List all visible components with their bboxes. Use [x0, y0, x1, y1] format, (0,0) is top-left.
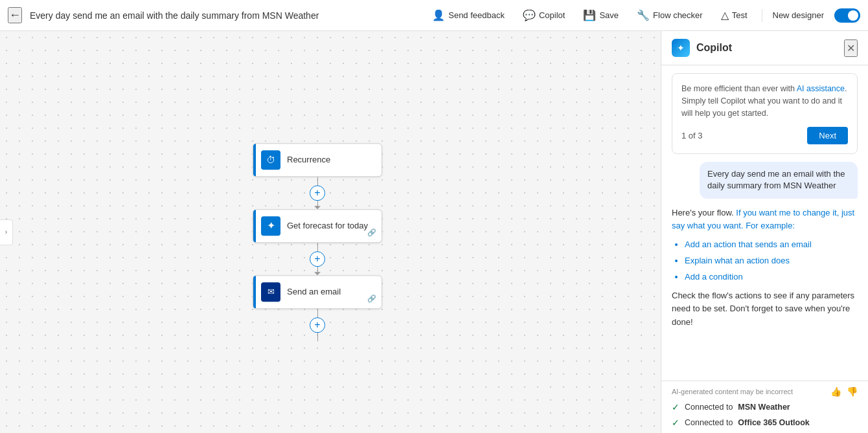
send-email-node[interactable]: ✉ Send an email 🔗	[253, 275, 382, 309]
flow-container: ⏱ Recurrence + ✦ Get forecast for today …	[253, 143, 382, 341]
copilot-logo-icon: ✦	[677, 43, 685, 53]
ai-assistance-link[interactable]: AI assistance	[797, 84, 845, 93]
connector-1: +	[314, 177, 321, 209]
suggestion-3[interactable]: Add a condition	[685, 271, 858, 284]
main-layout: › ⏱ Recurrence + ✦ Get forecast for toda…	[0, 31, 868, 433]
email-icon: ✉	[261, 282, 280, 302]
intro-text: Be more efficient than ever with AI assi…	[681, 83, 848, 119]
flow-checker-icon: 🔧	[637, 9, 650, 21]
save-icon: 💾	[583, 9, 596, 21]
ai-footer-text: Check the flow's actions to see if any p…	[672, 289, 858, 329]
ai-preamble-normal: Here's your flow.	[672, 208, 736, 217]
connector-2: +	[314, 243, 321, 275]
copilot-logo: ✦	[672, 39, 690, 57]
copilot-header: ✦ Copilot ✕	[661, 31, 868, 65]
copilot-button[interactable]: 💬 Copilot	[519, 6, 569, 24]
outlook-name: Office 365 Outlook	[738, 418, 809, 427]
connection-label-2: Connected to	[685, 418, 733, 427]
flow-checker-button[interactable]: 🔧 Flow checker	[633, 6, 707, 24]
add-step-3-button[interactable]: +	[310, 317, 325, 333]
test-icon: △	[721, 9, 729, 21]
connection-msn: ✓ Connected to MSN Weather	[672, 402, 858, 412]
back-button[interactable]: ←	[8, 7, 22, 23]
recurrence-icon: ⏱	[261, 150, 280, 170]
feedback-icons: 👍 👎	[830, 386, 858, 397]
ai-disclaimer: AI-generated content may be incorrect 👍 …	[672, 386, 858, 397]
forecast-link-icon: 🔗	[367, 228, 376, 237]
copilot-body: Be more efficient than ever with AI assi…	[661, 65, 868, 381]
new-designer-toggle[interactable]	[834, 8, 860, 23]
pagination-row: 1 of 3 Next	[681, 127, 848, 144]
node-left-border-2	[253, 210, 256, 242]
suggestion-1[interactable]: Add an action that sends an email	[685, 238, 858, 252]
add-step-2-button[interactable]: +	[310, 251, 325, 267]
recurrence-node[interactable]: ⏱ Recurrence	[253, 143, 382, 177]
sidebar-toggle[interactable]: ›	[0, 219, 13, 245]
node-left-border	[253, 144, 256, 176]
intro-card: Be more efficient than ever with AI assi…	[672, 73, 858, 154]
copilot-footer: AI-generated content may be incorrect 👍 …	[661, 381, 868, 433]
copilot-icon: 💬	[523, 9, 536, 21]
ai-response: Here's your flow. If you want me to chan…	[672, 206, 858, 329]
msn-weather-name: MSN Weather	[738, 403, 790, 412]
check-icon-1: ✓	[672, 402, 680, 412]
canvas-area[interactable]: › ⏱ Recurrence + ✦ Get forecast for toda…	[0, 31, 661, 433]
new-designer-label: New designer	[773, 10, 825, 20]
feedback-icon: 👤	[432, 9, 445, 21]
node-left-border-3	[253, 276, 256, 308]
copilot-title: Copilot	[696, 42, 732, 54]
email-label: Send an email	[287, 287, 341, 296]
send-feedback-button[interactable]: 👤 Send feedback	[428, 6, 508, 24]
connection-label-1: Connected to	[685, 403, 733, 412]
next-button[interactable]: Next	[807, 127, 848, 144]
thumbs-up-icon[interactable]: 👍	[830, 386, 841, 397]
copilot-close-button[interactable]: ✕	[844, 39, 858, 57]
pagination-label: 1 of 3	[681, 131, 703, 140]
get-forecast-node[interactable]: ✦ Get forecast for today 🔗	[253, 209, 382, 243]
ai-suggestions-list: Add an action that sends an email Explai…	[672, 238, 858, 283]
forecast-icon: ✦	[261, 216, 280, 236]
forecast-label: Get forecast for today	[287, 221, 368, 230]
topbar-actions: 👤 Send feedback 💬 Copilot 💾 Save 🔧 Flow …	[428, 6, 860, 24]
save-button[interactable]: 💾 Save	[579, 6, 622, 24]
connection-outlook: ✓ Connected to Office 365 Outlook	[672, 417, 858, 428]
recurrence-label: Recurrence	[287, 155, 330, 164]
add-step-1-button[interactable]: +	[310, 185, 325, 201]
page-title: Every day send me an email with the dail…	[30, 10, 420, 21]
connector-3: +	[317, 309, 318, 341]
copilot-header-left: ✦ Copilot	[672, 39, 732, 57]
copilot-panel: ✦ Copilot ✕ Be more efficient than ever …	[661, 31, 868, 433]
suggestion-2[interactable]: Explain what an action does	[685, 254, 858, 268]
topbar: ← Every day send me an email with the da…	[0, 0, 868, 31]
topbar-divider	[762, 9, 762, 22]
email-link-icon: 🔗	[367, 294, 376, 303]
check-icon-2: ✓	[672, 417, 680, 428]
test-button[interactable]: △ Test	[717, 6, 751, 24]
thumbs-down-icon[interactable]: 👎	[847, 386, 858, 397]
user-message-bubble: Every day send me an email with the dail…	[700, 162, 858, 198]
